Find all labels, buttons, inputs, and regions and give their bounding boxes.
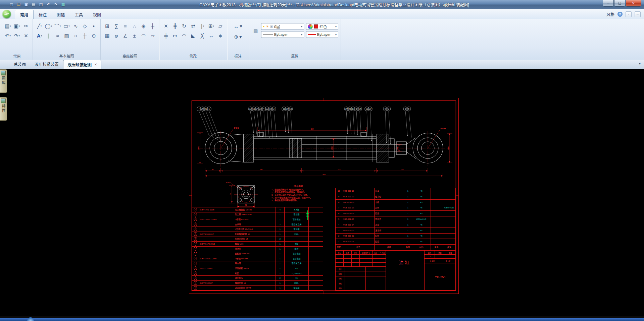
tolerance-tool-icon[interactable]: ± <box>130 31 139 40</box>
array-tool-icon[interactable]: ⊞▾ <box>207 21 215 30</box>
ribbon-row: ⊞∑≡∴◈┼ <box>103 21 157 31</box>
sidebar-tab-library[interactable]: 图库 <box>0 69 7 93</box>
mirror-tool-icon[interactable]: ⇄ <box>189 21 197 30</box>
ribbon-tab-home[interactable]: 常用 <box>15 10 34 19</box>
lineweight-combo[interactable]: ByLayer▾ <box>306 31 338 38</box>
multiline-tool-icon[interactable]: ≡ <box>121 21 130 30</box>
extend-tool-icon[interactable]: ↦ <box>171 31 179 40</box>
paste-tool-icon[interactable]: ▤▾ <box>4 21 12 30</box>
trim-tool-icon[interactable]: ╪ <box>162 31 170 40</box>
dimension-tool-icon[interactable]: ↔▾ <box>230 21 246 31</box>
open-file-icon[interactable]: ❏ <box>16 2 21 7</box>
svg-text:5: 5 <box>356 108 357 110</box>
arc-bridge-tool-icon[interactable]: ◠ <box>139 31 148 40</box>
start-orb[interactable] <box>27 317 34 321</box>
title-block-cell: 数量 <box>435 251 445 255</box>
new-file-icon[interactable]: ▢ <box>9 2 14 7</box>
fillet-tool-icon[interactable]: ◠ <box>180 31 188 40</box>
redo-tool-icon[interactable]: ↷▾ <box>13 31 21 40</box>
ribbon-window-icon[interactable]: ▫ <box>626 11 632 17</box>
scale-tool-icon[interactable]: ▱ <box>216 21 225 30</box>
bom-cell: 活塞 <box>375 222 404 228</box>
help-icon[interactable]: ? <box>617 12 623 17</box>
point-tool-icon[interactable]: • <box>90 21 98 30</box>
balloon-callout: 8 <box>403 107 408 136</box>
close-button[interactable]: ✕ <box>626 0 641 7</box>
table-tool-icon[interactable]: ▦ <box>103 31 111 40</box>
formula-tool-icon[interactable]: ∑ <box>112 21 120 30</box>
bom-cell: 1 <box>404 211 412 216</box>
drawing-canvas[interactable]: 图库 特性 <box>0 69 644 316</box>
polygon-tool-icon[interactable]: ◇ <box>81 21 89 30</box>
parallelogram-tool-icon[interactable]: ▱ <box>148 31 157 40</box>
sidebar-tab-properties[interactable]: 特性 <box>0 97 7 121</box>
bom-cell <box>431 200 442 205</box>
linetype-combo[interactable]: ByLayer▾ <box>261 31 304 38</box>
line-tool-icon[interactable]: ╱▾ <box>35 21 44 30</box>
layer-combo[interactable]: ●☀▣0层▾ <box>261 23 304 30</box>
bom-cell: 组合密封垫 14 <box>234 237 276 242</box>
undo-tool-icon[interactable]: ↶▾ <box>4 31 12 40</box>
grid-array-tool-icon[interactable]: ⊞ <box>103 21 111 30</box>
maximize-button[interactable]: ▢ <box>614 0 625 7</box>
text-tool-icon[interactable]: A▾ <box>35 31 44 40</box>
wavy-line-tool-icon[interactable]: ≈ <box>53 31 62 40</box>
offset-tool-icon[interactable]: ∥▾ <box>198 21 206 30</box>
ribbon-tab-sheet[interactable]: 图幅 <box>52 10 70 19</box>
cut-tool-icon[interactable]: ✂ <box>22 21 30 30</box>
ribbon-tab-tools[interactable]: 工具 <box>70 10 88 19</box>
palette-icon[interactable]: ▩ <box>60 2 66 7</box>
diameter-symbol-tool-icon[interactable]: ⌀ <box>112 31 120 40</box>
rectangle-tool-icon[interactable]: ▭▾ <box>62 21 71 30</box>
layer-manager-icon[interactable]: ▤ <box>251 21 260 41</box>
centerline-tool-icon[interactable]: ┼ <box>81 31 89 40</box>
explode-tool-icon[interactable]: ∗ <box>216 31 225 40</box>
doc-tab-cylinder[interactable]: 液压缸装配图 ✕ <box>63 60 101 69</box>
doc-tabs-overflow-icon[interactable]: ▼ <box>638 62 641 65</box>
doc-tab-tensioner[interactable]: 液压拉紧装置 <box>30 60 63 69</box>
circle-tool-icon[interactable]: ◯▾ <box>44 21 53 30</box>
stretch-tool-icon[interactable]: ↔ <box>207 31 215 40</box>
svg-text:850: 850 <box>323 174 326 176</box>
arc-tool-icon[interactable]: ⌒▾ <box>53 21 62 30</box>
angle-tool-icon[interactable]: ∠ <box>121 31 130 40</box>
bom-cell: 65Mn <box>285 232 309 237</box>
print-icon[interactable]: ▤ <box>31 2 36 7</box>
ellipse-tool-icon[interactable]: ○ <box>71 31 80 40</box>
chamfer-tool-icon[interactable]: ◣ <box>189 31 197 40</box>
color-combo[interactable]: 红色▾ <box>306 23 338 30</box>
bom-cell: 1 <box>276 212 285 217</box>
ribbon-tab-view[interactable]: 视图 <box>88 10 106 19</box>
redo-icon[interactable]: ↷ <box>53 2 58 7</box>
hatch-tool-icon[interactable]: ▨ <box>62 31 71 40</box>
coordinate-dimension-tool-icon[interactable]: ⊕▾ <box>230 32 246 42</box>
title-block-cell: 年月日 <box>379 251 386 255</box>
axis-tool-icon[interactable]: ┼ <box>148 21 157 30</box>
undo-icon[interactable]: ↶ <box>46 2 51 7</box>
spline-tool-icon[interactable]: ∿ <box>71 21 80 30</box>
point-set-tool-icon[interactable]: ∴ <box>130 21 139 30</box>
donut-tool-icon[interactable]: ⊙ <box>90 31 98 40</box>
dropdown-arrow-icon: ▾ <box>41 25 42 27</box>
app-logo-icon[interactable] <box>2 10 11 18</box>
delete-tool-icon[interactable]: ✕ <box>22 31 30 40</box>
erase-tool-icon[interactable]: ✕ <box>162 21 170 30</box>
copy-tool-icon[interactable]: ▣▾ <box>13 21 21 30</box>
doc-tab-assembly[interactable]: 总装图 <box>9 60 30 69</box>
break-tool-icon[interactable]: ╳ <box>198 31 206 40</box>
svg-text:18: 18 <box>289 108 292 110</box>
parallel-line-tool-icon[interactable]: ∥ <box>44 31 53 40</box>
title-block-cell <box>344 259 352 263</box>
print-preview-icon[interactable]: ◫ <box>38 2 44 7</box>
gem-shape-tool-icon[interactable]: ◈ <box>139 21 148 30</box>
save-icon[interactable]: ▣ <box>23 2 29 7</box>
minimize-button[interactable]: ─ <box>603 0 614 7</box>
bom-cell: 65Mn <box>285 281 309 285</box>
rotate-tool-icon[interactable]: ↻ <box>180 21 188 30</box>
style-button[interactable]: 风格 <box>606 11 614 17</box>
move-tool-icon[interactable]: ╋ <box>171 21 179 30</box>
ribbon-tab-annotate[interactable]: 标注 <box>34 10 52 19</box>
close-tab-icon[interactable]: ✕ <box>94 63 97 66</box>
collapse-ribbon-icon[interactable]: ─ <box>635 11 641 17</box>
svg-text:19: 19 <box>286 108 289 110</box>
